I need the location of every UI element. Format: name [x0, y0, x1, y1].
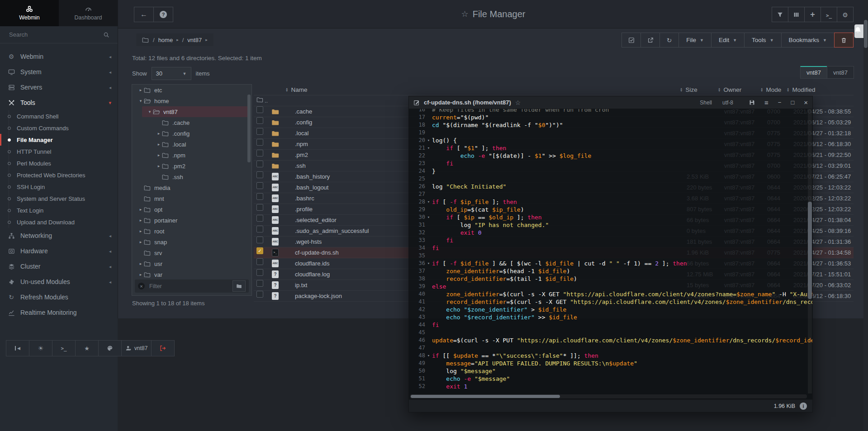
favorite-star-icon[interactable]: ☆	[461, 9, 469, 19]
sidebar-section-hardware[interactable]: Hardware◂	[0, 243, 118, 259]
user-tab-active[interactable]: vnt87	[800, 66, 827, 79]
code-line-42[interactable]: 42 echo "$zone_identifier" > $id_file	[409, 306, 812, 313]
row-checkbox[interactable]	[256, 117, 263, 124]
theme-button[interactable]: ☀	[29, 340, 52, 356]
row-checkbox[interactable]	[256, 204, 263, 211]
terminal-button[interactable]: >_	[821, 7, 837, 22]
palette-button[interactable]	[98, 340, 122, 356]
code-line-18[interactable]: 18cd "$(dirname "$(readlink -f "$0")")"	[409, 121, 812, 129]
code-line-36[interactable]: 36▾if [ -f $id_file ] && [ $(wc -l $id_f…	[409, 260, 812, 267]
logout-button[interactable]	[151, 340, 175, 356]
code-line-52[interactable]: 52 exit 1	[409, 383, 812, 390]
sidebar-item-file-manager[interactable]: File Manager	[0, 134, 118, 146]
row-checkbox[interactable]: ✓	[256, 247, 263, 254]
code-line-40[interactable]: 40 zone_identifier=$(curl -s -X GET "htt…	[409, 290, 812, 298]
collapse-sidebar-button[interactable]: ◀	[6, 340, 29, 356]
tree-item-opt[interactable]: ▸opt	[132, 204, 251, 215]
sidebar-section-cluster[interactable]: Cluster◂	[0, 259, 118, 274]
code-line-21[interactable]: 21▾ if [ "$1" ]; then	[409, 144, 812, 152]
tree-item-var[interactable]: ▸var	[132, 269, 251, 280]
code-line-17[interactable]: 17current="$(pwd)"	[409, 114, 812, 121]
help-button[interactable]: ?	[153, 7, 173, 22]
page-scrollbar[interactable]	[863, 0, 868, 431]
share-button[interactable]	[640, 33, 660, 47]
chevron-right-icon[interactable]: ▸	[138, 229, 144, 233]
code-line-20[interactable]: 20▾log() {	[409, 137, 812, 144]
chevron-right-icon[interactable]: ▸	[176, 38, 179, 42]
favorites-button[interactable]: ★	[75, 340, 99, 356]
row-checkbox[interactable]	[256, 128, 263, 135]
editor-encoding[interactable]: utf-8	[722, 99, 733, 106]
tree-item-home[interactable]: ▾home	[132, 95, 251, 106]
tree-item-srv[interactable]: srv	[132, 247, 251, 258]
sidebar-item-protected-web-directories[interactable]: Protected Web Directories	[0, 169, 118, 181]
info-icon[interactable]: i	[800, 403, 807, 410]
chevron-right-icon[interactable]: ▸	[205, 38, 208, 42]
user-tab-inactive[interactable]: vnt87	[827, 66, 854, 79]
editor-horizontal-scrollbar[interactable]	[410, 394, 807, 398]
clear-filter-icon[interactable]: ×	[138, 283, 145, 289]
tree-item-etc[interactable]: ▸etc	[132, 85, 251, 95]
tab-webmin[interactable]: Webmin	[0, 0, 59, 26]
fold-arrow-icon[interactable]: ▾	[425, 198, 432, 206]
tree-item--pm2[interactable]: ▸.pm2	[132, 161, 251, 171]
tree-item-media[interactable]: media	[132, 182, 251, 193]
bookmark-star-icon[interactable]: ☆	[515, 99, 521, 106]
sidebar-section-system[interactable]: System◂	[0, 64, 118, 80]
code-line-48[interactable]: 48▾if [[ $update == *"\"success\":false"…	[409, 352, 812, 360]
back-button[interactable]: ←	[134, 7, 154, 22]
code-line-51[interactable]: 51 echo -e "$message"	[409, 375, 812, 383]
sidebar-item-perl-modules[interactable]: Perl Modules	[0, 157, 118, 169]
sidebar-section-networking[interactable]: Networking◂	[0, 228, 118, 243]
row-checkbox[interactable]	[256, 139, 263, 146]
row-checkbox[interactable]	[256, 106, 263, 113]
settings-button[interactable]: ⚙	[837, 7, 854, 22]
sidebar-item-command-shell[interactable]: Command Shell	[0, 110, 118, 122]
menu-tools[interactable]: Tools▼	[744, 33, 781, 47]
select-all-button[interactable]	[621, 33, 641, 47]
column-header-name[interactable]: ▲▼Name	[285, 84, 307, 95]
filter-input[interactable]	[148, 283, 229, 290]
row-checkbox[interactable]	[256, 150, 263, 156]
chevron-right-icon[interactable]: ▸	[138, 240, 144, 244]
tree-item--ssh[interactable]: .ssh	[132, 171, 251, 182]
tree-item-snap[interactable]: ▸snap	[132, 237, 251, 247]
maximize-icon[interactable]: □	[791, 99, 794, 106]
row-checkbox[interactable]	[256, 258, 263, 265]
menu-icon[interactable]: ≡	[764, 99, 768, 106]
chevron-right-icon[interactable]: ▸	[138, 88, 144, 92]
code-line-28[interactable]: 28▾if [ -f $ip_file ]; then	[409, 198, 812, 206]
row-checkbox[interactable]	[256, 171, 263, 178]
sidebar-section-un-used-modules[interactable]: Un-used Modules◂	[0, 274, 118, 289]
editor-vertical-scrollbar[interactable]	[808, 109, 812, 393]
editor-titlebar[interactable]: cf-update-dns.sh (/home/vnt87) ☆ Shell u…	[409, 96, 812, 109]
row-checkbox[interactable]	[256, 226, 263, 232]
page-size-select[interactable]: 30 ▼	[152, 67, 191, 80]
code-line-41[interactable]: 41 record_identifier=$(curl -s -X GET "h…	[409, 298, 812, 306]
sidebar-item-http-tunnel[interactable]: HTTP Tunnel	[0, 146, 118, 157]
row-checkbox[interactable]	[256, 237, 263, 243]
chevron-right-icon[interactable]: ▸	[156, 164, 162, 168]
row-checkbox[interactable]	[256, 182, 263, 189]
goto-folder-button[interactable]	[232, 280, 246, 292]
sidebar-item-custom-commands[interactable]: Custom Commands	[0, 122, 118, 134]
tree-item-usr[interactable]: ▸usr	[132, 258, 251, 269]
folder-icon[interactable]	[142, 37, 149, 43]
tree-item-vnt87[interactable]: ▾vnt87	[132, 106, 251, 117]
refresh-button[interactable]: ↻	[659, 33, 679, 47]
save-icon[interactable]	[749, 99, 755, 105]
tree-item--config[interactable]: ▸.config	[132, 128, 251, 139]
row-checkbox[interactable]	[256, 215, 263, 222]
sidebar-section-refresh-modules[interactable]: ↻Refresh Modules	[0, 289, 118, 305]
code-line-46[interactable]: 46update=$(curl -s -X PUT "https://api.c…	[409, 336, 812, 344]
row-checkbox[interactable]	[256, 193, 263, 200]
tree-item--npm[interactable]: ▸.npm	[132, 150, 251, 161]
column-header-modified[interactable]: ▲▼Modified	[787, 84, 815, 95]
code-line-32[interactable]: 32 exit 0	[409, 229, 812, 237]
code-line-43[interactable]: 43 echo "$record_identifier" >> $id_file	[409, 313, 812, 321]
breadcrumb-vnt87[interactable]: vnt87	[187, 37, 202, 43]
code-line-31[interactable]: 31 log "IP has not changed."	[409, 221, 812, 229]
code-line-27[interactable]: 27	[409, 190, 812, 198]
search-input[interactable]	[8, 31, 100, 38]
delete-button[interactable]	[834, 33, 854, 47]
